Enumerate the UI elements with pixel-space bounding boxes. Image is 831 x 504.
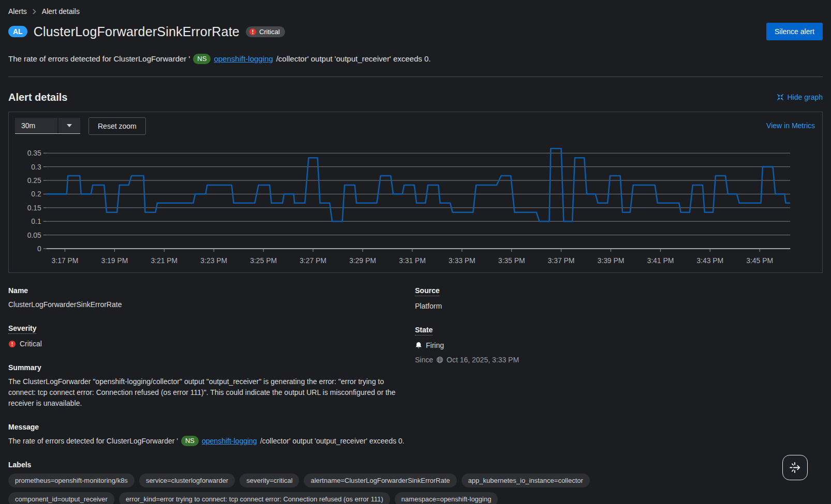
alert-timeseries-chart[interactable]: 00.050.10.150.20.250.30.353:17 PM3:19 PM… [15,140,816,267]
svg-text:3:17 PM: 3:17 PM [52,256,79,265]
chevron-down-icon [67,124,72,127]
namespace-badge: NS [193,54,211,64]
state-value: Firing [426,340,444,351]
source-field: Source Platform [415,286,823,312]
svg-text:3:35 PM: 3:35 PM [498,256,525,265]
reset-zoom-button[interactable]: Reset zoom [88,117,146,135]
time-range-select[interactable]: 30m [15,118,80,134]
chevron-right-icon [32,9,37,14]
label-chip[interactable]: namespace=openshift-logging [395,492,498,504]
view-in-metrics-link[interactable]: View in Metrics [766,121,815,130]
breadcrumb-alerts-link[interactable]: Alerts [8,7,27,16]
summary-field: Summary The ClusterLogForwarder "openshi… [8,363,415,409]
name-field: Name ClusterLogForwarderSinkErrorRate [8,286,415,310]
bell-icon [415,342,422,349]
silence-alert-button[interactable]: Silence alert [766,23,823,40]
time-range-value: 30m [15,118,57,133]
alert-details-grid: Name ClusterLogForwarderSinkErrorRate Se… [8,286,823,504]
svg-text:3:19 PM: 3:19 PM [101,256,128,265]
label-chip[interactable]: app_kubernetes_io_instance=collector [462,474,590,488]
namespace-link[interactable]: openshift-logging [202,436,257,447]
critical-exclamation-icon [249,28,257,36]
svg-text:3:29 PM: 3:29 PM [349,256,376,265]
label-chip[interactable]: prometheus=openshift-monitoring/k8s [8,474,135,488]
svg-text:3:27 PM: 3:27 PM [300,256,327,265]
state-field: State Firing Since Oct 16, 2025, 3:33 PM [415,326,823,364]
alert-description: The rate of errors detected for ClusterL… [8,54,823,64]
svg-text:3:33 PM: 3:33 PM [449,256,476,265]
labels-section: Labels prometheus=openshift-monitoring/k… [8,461,823,504]
source-label[interactable]: Source [415,286,439,296]
svg-text:0.05: 0.05 [27,231,41,239]
svg-text:0: 0 [37,245,41,253]
summary-label: Summary [8,363,415,372]
critical-exclamation-icon [8,340,16,348]
severity-label[interactable]: Severity [8,324,36,334]
labels-list: prometheus=openshift-monitoring/k8sservi… [8,474,671,504]
label-chip[interactable]: severity=critical [240,474,299,488]
breadcrumb-alert-details-link[interactable]: Alert details [42,7,80,16]
severity-value: Critical [20,339,42,349]
alert-resource-badge: AL [8,26,27,37]
title-row: AL ClusterLogForwarderSinkErrorRate Crit… [8,23,823,40]
svg-text:3:37 PM: 3:37 PM [548,256,575,265]
svg-text:0.15: 0.15 [27,203,41,211]
compress-icon [777,94,784,101]
svg-text:0.2: 0.2 [31,190,41,198]
section-heading: Alert details [8,91,67,103]
summary-text: The ClusterLogForwarder "openshift-loggi… [8,376,408,409]
svg-text:0.35: 0.35 [27,149,41,157]
severity-badge: Critical [246,26,285,37]
label-chip[interactable]: component_id=output_receiver [8,492,114,504]
svg-text:3:25 PM: 3:25 PM [250,256,277,265]
label-chip[interactable]: service=clusterlogforwarder [139,474,235,488]
state-label[interactable]: State [415,326,433,335]
name-value: ClusterLogForwarderSinkErrorRate [8,299,415,310]
svg-text:0.25: 0.25 [27,176,41,185]
svg-text:3:39 PM: 3:39 PM [598,256,625,265]
message-field: Message The rate of errors detected for … [8,423,415,447]
lightspeed-burst-arrow-icon [788,461,802,475]
page-header: Alerts Alert details AL ClusterLogForwar… [0,0,831,77]
state-since-time: Oct 16, 2025, 3:33 PM [447,356,519,364]
header-divider [8,77,823,77]
svg-text:3:21 PM: 3:21 PM [151,256,177,265]
page-title: ClusterLogForwarderSinkErrorRate [34,24,240,39]
source-value: Platform [415,301,823,312]
globe-icon [436,356,443,363]
svg-text:0.3: 0.3 [31,162,41,171]
svg-text:3:23 PM: 3:23 PM [200,256,227,265]
namespace-badge: NS [181,436,199,446]
message-label: Message [8,423,415,431]
svg-text:3:43 PM: 3:43 PM [696,256,723,265]
namespace-link[interactable]: openshift-logging [214,54,273,63]
alert-graph-panel: 30m Reset zoom View in Metrics 00.050.10… [8,112,823,273]
label-chip[interactable]: alertname=ClusterLogForwarderSinkErrorRa… [304,474,456,488]
svg-text:3:41 PM: 3:41 PM [647,256,674,265]
svg-text:0.1: 0.1 [31,217,41,225]
main-content: Alert details Hide graph 30m Reset zoom … [0,91,831,504]
lightspeed-launcher-button[interactable] [782,455,808,480]
state-since: Since Oct 16, 2025, 3:33 PM [415,356,823,364]
svg-text:3:45 PM: 3:45 PM [746,256,773,265]
breadcrumb: Alerts Alert details [8,7,823,16]
label-chip[interactable]: error_kind=error trying to connect: tcp … [119,492,390,504]
severity-field: Severity Critical [8,324,415,349]
hide-graph-link[interactable]: Hide graph [777,93,823,101]
labels-heading: Labels [8,461,823,469]
name-label: Name [8,286,415,295]
svg-text:3:31 PM: 3:31 PM [399,256,426,265]
